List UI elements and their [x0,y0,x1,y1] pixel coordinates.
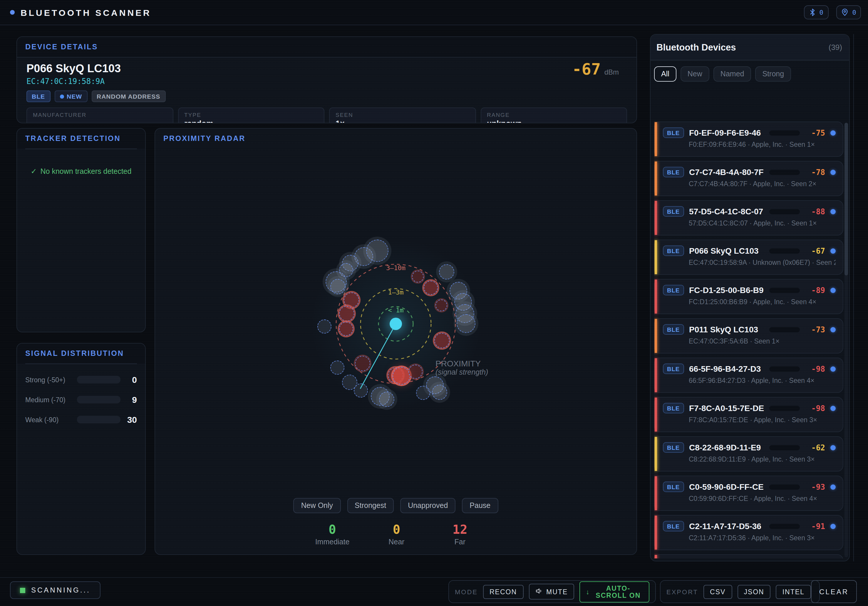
scanning-button[interactable]: SCANNING... [10,581,101,599]
device-list-item[interactable]: BLE C0-59-90-6D-FF-CE -93 C0:59:90:6D:FF… [654,476,843,511]
bluetooth-icon [809,8,816,17]
gps-count: 0 [852,9,856,16]
filter-strong[interactable]: Strong [755,66,791,82]
mute-button[interactable]: MUTE [529,584,574,600]
radar-panel-title: PROXIMITY RADAR [155,128,637,148]
rssi-value: -78 [805,168,825,176]
device-list-item[interactable]: BLE F0-EF-09-F6-E9-46 -75 F0:EF:09:F6:E9… [654,122,843,157]
radar-selection-line [155,128,637,554]
signal-bar-track [77,376,121,383]
bluetooth-count: 0 [819,9,823,16]
device-details-panel: DEVICE DETAILS P066 SkyQ LC103 EC:47:0C:… [17,36,637,123]
clear-button[interactable]: CLEAR [811,580,857,603]
device-name: P011 SkyQ LC103 [689,325,764,334]
mode-recon-button[interactable]: RECON [483,584,523,599]
rssi-bar-track [769,169,800,175]
radar-filter-strongest[interactable]: Strongest [347,498,394,513]
mode-label: MODE [455,588,478,595]
ble-type-dot-icon [831,524,836,529]
tier-stripe [655,358,657,392]
export-control-group: EXPORT CSVJSONINTEL [660,580,820,603]
ble-type-dot-icon [831,169,836,175]
protocol-badge: BLE [663,285,684,295]
signal-row: Medium (-70) 9 [25,394,137,405]
bluetooth-count-badge[interactable]: 0 [804,5,829,19]
radar-filter-unapproved[interactable]: Unapproved [400,498,456,513]
selected-device-rssi: -67 [572,60,601,78]
device-name: FC-D1-25-00-B6-B9 [689,285,764,295]
tracker-panel-title: TRACKER DETECTION [17,128,145,148]
device-list-item[interactable]: BLE 57-D5-C4-1C-8C-07 -88 57:D5:C4:1C:8C… [654,200,843,235]
ble-type-dot-icon [831,366,836,371]
tier-stripe [655,122,657,156]
ble-type-dot-icon [831,445,836,450]
device-list-item[interactable]: BLE P066 SkyQ LC103 -67 EC:47:0C:19:58:9… [654,240,843,275]
device-list-item[interactable]: BLE P011 SkyQ LC103 -73 EC:47:0C:3F:5A:6… [654,318,843,354]
proximity-count: 0 Near [380,523,413,546]
device-name: F7-8C-A0-15-7E-DE [689,403,764,413]
device-list-item[interactable]: BLE 66-5F-96-B4-27-D3 -98 66:5F:96:B4:27… [654,358,843,393]
new-dot-icon [60,94,64,98]
signal-row: Weak (-90) 30 [25,414,137,425]
ble-type-dot-icon [831,484,836,489]
device-list-item[interactable]: BLE C8-22-68-9D-11-E9 -62 C8:22:68:9D:11… [654,436,843,472]
export-buttons: CSVJSONINTEL [704,584,811,599]
autoscroll-toggle[interactable]: ↓ AUTO-SCROLL ON [580,581,649,602]
device-name: C2-11-A7-17-D5-36 [689,521,764,531]
signal-panel-title: SIGNAL DISTRIBUTION [17,343,145,363]
sidebar-header: Bluetooth Devices (39) [651,35,849,60]
sidebar-divider [853,34,854,561]
rssi-bar-track [769,248,800,254]
rssi-bar-track [769,288,800,293]
list-scrollbar-thumb[interactable] [845,123,848,275]
device-list-item[interactable]: BLE C2-11-A7-17-D5-36 -91 C2:11:A7:17:D5… [654,515,843,550]
export-csv-button[interactable]: CSV [704,584,732,599]
rssi-value: -73 [805,325,825,334]
radar-filter-pause[interactable]: Pause [462,498,498,513]
detail-field: MANUFACTURER -- [26,107,173,123]
device-count: (39) [829,43,842,52]
filter-named[interactable]: Named [713,66,751,82]
rssi-bar-track [769,366,800,371]
rssi-value: -98 [805,404,825,413]
tier-stripe [655,397,657,431]
device-subtitle: C2:11:A7:17:D5:36 · Apple, Inc. · Seen 3… [689,534,836,541]
export-intel-button[interactable]: INTEL [776,584,811,599]
device-name: P066 SkyQ LC103 [689,246,764,255]
down-arrow-icon: ↓ [586,588,590,595]
tier-stripe [655,516,657,550]
device-filters: AllNewNamedStrong [651,60,849,82]
radar-filter-new-only[interactable]: New Only [293,498,341,513]
tier-stripe [655,476,657,510]
device-list-item[interactable]: BLE C7-C7-4B-4A-80-7F -78 C7:C7:4B:4A:80… [654,161,843,196]
ble-type-dot-icon [831,209,836,214]
signal-row: Strong (-50+) 0 [25,375,137,385]
detail-field: TYPE random [178,107,324,123]
gps-count-badge[interactable]: 0 [836,5,861,19]
filter-new[interactable]: New [680,66,709,82]
protocol-badge: BLE [663,246,684,256]
protocol-badge: BLE [663,127,684,138]
device-name: C0-59-90-6D-FF-CE [689,482,764,492]
ble-type-dot-icon [831,327,836,332]
ble-type-dot-icon [831,248,836,254]
device-list-item[interactable]: BLE FC-D1-25-00-B6-B9 -89 FC:D1:25:00:B6… [654,279,843,314]
device-badges: BLENEWRANDOM ADDRESS [26,90,627,102]
tracker-detection-panel: TRACKER DETECTION ✓No known trackers det… [17,128,146,332]
filter-all[interactable]: All [654,66,676,82]
ble-type-dot-icon [831,288,836,293]
export-label: EXPORT [666,588,698,595]
rssi-bar-track [769,445,800,450]
device-subtitle: 57:D5:C4:1C:8C:07 · Apple, Inc. · Seen 1… [689,220,836,227]
rssi-unit: dBm [604,68,619,76]
scanner-center-dot [390,318,402,330]
device-subtitle: C0:59:90:6D:FF:CE · Apple, Inc. · Seen 4… [689,495,836,502]
tier-stripe [655,555,657,558]
protocol-badge: BLE [663,363,684,374]
device-list-item[interactable]: BLE 64-89-40-71-AB-F0 -98 64:89:40:71:AB… [654,554,843,558]
device-badge: NEW [54,90,87,102]
rssi-bar-track [769,209,800,214]
list-scrollbar[interactable] [845,123,848,557]
export-json-button[interactable]: JSON [737,584,770,599]
device-list-item[interactable]: BLE F7-8C-A0-15-7E-DE -98 F7:8C:A0:15:7E… [654,397,843,432]
